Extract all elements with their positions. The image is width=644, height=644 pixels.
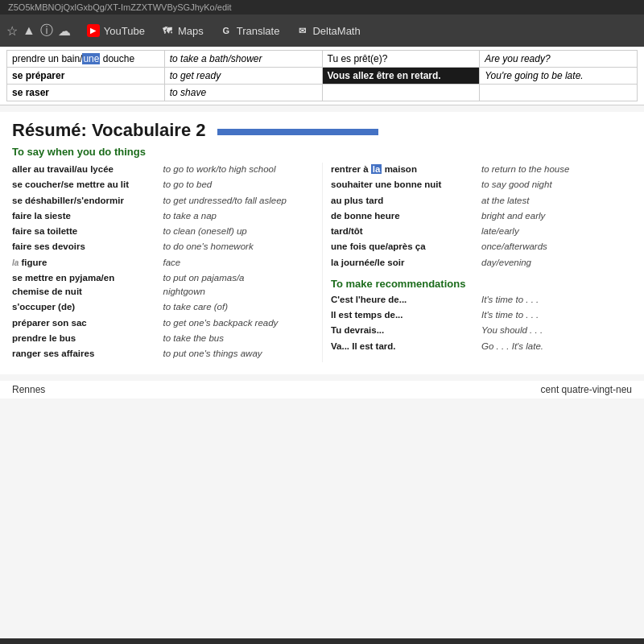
french-term: se préparer bbox=[12, 70, 64, 81]
french-term: faire ses devoirs bbox=[12, 240, 163, 254]
star-icon[interactable]: ☆ bbox=[6, 23, 18, 39]
address-text: Z5O5kMBNOjQxlGxbQg/XT-ImZZXTWVBySGJhyKo/… bbox=[8, 2, 232, 12]
vocab-entry: tard/tôt late/early bbox=[331, 225, 632, 238]
english-term: late/early bbox=[481, 225, 632, 238]
french-term: prendre un bain/une douche bbox=[12, 53, 134, 64]
english-term: to shave bbox=[170, 87, 206, 98]
table-row: prendre un bain/une douche to take a bat… bbox=[7, 51, 638, 68]
english-term: Go . . . It's late. bbox=[481, 340, 632, 353]
vocab-entry: rentrer à la maison to return to the hou… bbox=[331, 163, 632, 176]
vocab-entry: faire sa toilette to clean (oneself) up bbox=[12, 225, 314, 238]
english-term: bright and early bbox=[481, 209, 632, 223]
footer-right: cent quatre-vingt-neu bbox=[541, 384, 632, 395]
english-term: to return to the house bbox=[481, 163, 632, 176]
footer-bar: Rennes cent quatre-vingt-neu bbox=[0, 381, 644, 398]
english-term: to go to bed bbox=[163, 178, 315, 192]
english-term: at the latest bbox=[481, 194, 632, 208]
french-term-highlighted: Vous allez être en retard. bbox=[328, 70, 441, 81]
deltamath-icon: ✉ bbox=[295, 24, 308, 37]
vocab-entry: la journée/le soir day/evening bbox=[331, 256, 632, 270]
page-content: prendre un bain/une douche to take a bat… bbox=[0, 47, 644, 638]
vocab-entry: préparer son sac to get one's backpack r… bbox=[12, 316, 314, 330]
english-term: day/evening bbox=[481, 256, 632, 270]
vocab-entry: souhaiter une bonne nuit to say good nig… bbox=[331, 178, 632, 192]
french-term: Tu es prêt(e)? bbox=[328, 53, 388, 64]
french-term: souhaiter une bonne nuit bbox=[331, 178, 481, 192]
french-term: rentrer à la maison bbox=[331, 163, 481, 176]
english-term: to put on pajamas/anightgown bbox=[163, 271, 315, 299]
english-term: to get undressed/to fall asleep bbox=[163, 194, 315, 208]
section1-heading: To say when you do things bbox=[12, 146, 632, 158]
french-term: la figure bbox=[12, 256, 163, 270]
vocab-title: Résumé: Vocabulaire 2 bbox=[12, 120, 205, 141]
french-term: Va... Il est tard. bbox=[331, 340, 481, 353]
vocab-entry: s'occuper (de) to take care (of) bbox=[12, 300, 314, 314]
vocab-left-column: aller au travail/au lycée to go to work/… bbox=[12, 163, 322, 362]
vocab-entry: ranger ses affaires to put one's things … bbox=[12, 347, 314, 361]
top-partial-table: prendre un bain/une douche to take a bat… bbox=[0, 47, 644, 105]
recommendations-section: To make recommendations C'est l'heure de… bbox=[331, 278, 632, 353]
french-term: Il est temps de... bbox=[331, 308, 481, 322]
vocab-section: Résumé: Vocabulaire 2 To say when you do… bbox=[0, 112, 644, 374]
english-term: to put one's things away bbox=[163, 347, 315, 361]
english-term: to say good night bbox=[481, 178, 632, 192]
vocab-entry: se coucher/se mettre au lit to go to bed bbox=[12, 178, 314, 192]
french-term: Tu devrais... bbox=[331, 324, 481, 337]
nav-icons: ☆ ▲ ⓘ ☁ bbox=[6, 23, 71, 39]
translate-icon: G bbox=[220, 24, 233, 37]
french-term: de bonne heure bbox=[331, 209, 481, 223]
table-row: se raser to shave bbox=[7, 85, 638, 101]
english-term: You're going to be late. bbox=[485, 70, 583, 81]
english-term: to clean (oneself) up bbox=[163, 225, 315, 238]
english-term: to take the bus bbox=[163, 332, 315, 345]
info-icon[interactable]: ⓘ bbox=[40, 23, 53, 39]
drive-icon[interactable]: ▲ bbox=[23, 23, 35, 38]
youtube-label: YouTube bbox=[104, 25, 145, 37]
vocab-entry: une fois que/après ça once/afterwards bbox=[331, 240, 632, 254]
english-term: to get one's backpack ready bbox=[163, 316, 315, 330]
french-term: aller au travail/au lycée bbox=[12, 163, 163, 176]
vocab-entry: faire ses devoirs to do one's homework bbox=[12, 240, 314, 254]
cloud-icon[interactable]: ☁ bbox=[58, 23, 71, 39]
section2-heading: To make recommendations bbox=[331, 278, 632, 290]
bookmark-deltamath[interactable]: ✉ DeltaMath bbox=[289, 21, 366, 40]
table-row: se préparer to get ready Vous allez être… bbox=[7, 68, 638, 85]
english-term: It's time to . . . bbox=[481, 308, 632, 322]
bookmark-youtube[interactable]: ▶ YouTube bbox=[80, 21, 151, 40]
vocab-entry: C'est l'heure de... It's time to . . . bbox=[331, 293, 632, 307]
vocab-entry: au plus tard at the latest bbox=[331, 194, 632, 208]
vocab-right-column: rentrer à la maison to return to the hou… bbox=[322, 163, 632, 362]
french-term: se déshabiller/s'endormir bbox=[12, 194, 163, 208]
french-term: tard/tôt bbox=[331, 225, 481, 238]
english-term: to do one's homework bbox=[163, 240, 315, 254]
french-term: la journée/le soir bbox=[331, 256, 481, 270]
vocab-entry: se déshabiller/s'endormir to get undress… bbox=[12, 194, 314, 208]
vocab-entry: Tu devrais... You should . . . bbox=[331, 324, 632, 337]
french-term: C'est l'heure de... bbox=[331, 293, 481, 307]
english-term: to take a nap bbox=[163, 209, 315, 223]
vocab-entry: prendre le bus to take the bus bbox=[12, 332, 314, 345]
vocab-entry: la figure face bbox=[12, 256, 314, 270]
bookmark-translate[interactable]: G Translate bbox=[213, 21, 287, 40]
english-term: to get ready bbox=[170, 70, 221, 81]
french-term: se coucher/se mettre au lit bbox=[12, 178, 163, 192]
english-term: to go to work/to high school bbox=[163, 163, 315, 176]
bookmark-maps[interactable]: 🗺 Maps bbox=[155, 21, 210, 40]
french-term: au plus tard bbox=[331, 194, 481, 208]
french-term: préparer son sac bbox=[12, 316, 163, 330]
english-term: You should . . . bbox=[481, 324, 632, 337]
english-term: to take care (of) bbox=[163, 300, 315, 314]
vocab-entry: de bonne heure bright and early bbox=[331, 209, 632, 223]
translate-label: Translate bbox=[237, 25, 280, 37]
address-bar[interactable]: Z5O5kMBNOjQxlGxbQg/XT-ImZZXTWVBySGJhyKo/… bbox=[0, 0, 644, 14]
english-term: face bbox=[163, 256, 315, 270]
vocab-entry: se mettre en pyjama/enchemise de nuit to… bbox=[12, 271, 314, 299]
english-term: Are you ready? bbox=[485, 53, 550, 64]
french-term: faire la sieste bbox=[12, 209, 163, 223]
french-term: se raser bbox=[12, 87, 49, 98]
french-term: une fois que/après ça bbox=[331, 240, 481, 254]
vocab-entry: aller au travail/au lycée to go to work/… bbox=[12, 163, 314, 176]
maps-label: Maps bbox=[178, 25, 204, 37]
bookmarks-bar: ☆ ▲ ⓘ ☁ ▶ YouTube 🗺 Maps G Translate ✉ D… bbox=[0, 14, 644, 47]
vocab-entry: Va... Il est tard. Go . . . It's late. bbox=[331, 340, 632, 353]
